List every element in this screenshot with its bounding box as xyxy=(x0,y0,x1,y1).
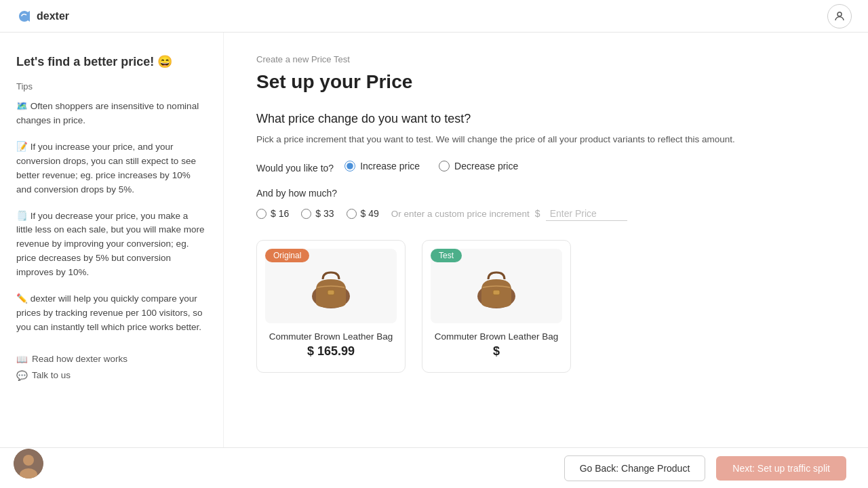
section-title: What price change do you want to test? xyxy=(256,112,835,126)
tip-4-text: ✏️ dexter will help you quickly compare … xyxy=(16,293,203,332)
original-price: $ 165.99 xyxy=(257,344,405,359)
go-back-button[interactable]: Go Back: Change Product xyxy=(564,455,706,481)
user-profile-button[interactable] xyxy=(827,4,852,28)
custom-price-label: Or enter a custom price increment xyxy=(391,209,530,219)
logo-text: dexter xyxy=(37,10,69,22)
logo: dexter xyxy=(16,8,69,24)
read-how-link[interactable]: 📖 Read how dexter works xyxy=(16,354,207,365)
talk-to-us-link[interactable]: 💬 Talk to us xyxy=(16,370,207,381)
test-tag: Test xyxy=(431,249,462,262)
increase-radio[interactable] xyxy=(344,161,355,171)
custom-price-input[interactable] xyxy=(546,207,627,221)
svg-point-6 xyxy=(23,455,34,466)
how-much-label: And by how much? xyxy=(256,188,835,199)
price-radio-49[interactable] xyxy=(347,209,357,219)
price-option-33[interactable]: $ 33 xyxy=(301,208,334,219)
test-product-card: Test Commuter Brown Leather Bag $ xyxy=(422,240,571,373)
tips-label: Tips xyxy=(16,81,207,92)
bag-image-test xyxy=(469,259,524,313)
next-button[interactable]: Next: Set up traffic split xyxy=(716,456,846,481)
original-product-name: Commuter Brown Leather Bag xyxy=(265,331,397,342)
price-33-label: $ 33 xyxy=(315,208,334,219)
product-cards: Original Commuter Brown Leather Bag $ 16… xyxy=(256,240,835,373)
bag-image-original xyxy=(304,259,358,313)
decrease-radio[interactable] xyxy=(439,161,450,171)
avatar xyxy=(14,449,43,479)
avatar-image xyxy=(14,449,43,479)
would-label: Would you like to? xyxy=(256,163,334,174)
breadcrumb: Create a new Price Test xyxy=(256,54,835,64)
custom-price-group: Or enter a custom price increment $ xyxy=(391,207,627,221)
book-icon: 📖 xyxy=(16,354,28,365)
price-49-label: $ 49 xyxy=(361,208,379,219)
test-product-name: Commuter Brown Leather Bag xyxy=(431,331,562,342)
svg-rect-4 xyxy=(493,290,500,295)
talk-to-us-label: Talk to us xyxy=(32,370,71,380)
increase-label: Increase price xyxy=(360,161,420,171)
sidebar-links: 📖 Read how dexter works 💬 Talk to us xyxy=(16,354,207,381)
price-radio-33[interactable] xyxy=(301,209,311,219)
logo-icon xyxy=(16,8,33,24)
test-price: $ xyxy=(422,344,570,359)
content-area: Create a new Price Test Set up your Pric… xyxy=(224,33,868,447)
price-direction-group: Increase price Decrease price xyxy=(344,161,518,171)
tip-4: ✏️ dexter will help you quickly compare … xyxy=(16,292,207,335)
tip-1: 🗺️ Often shoppers are insensitive to nom… xyxy=(16,100,207,128)
tip-2-text: 📝 If you increase your price, and your c… xyxy=(16,142,196,195)
read-how-label: Read how dexter works xyxy=(32,354,127,364)
price-radio-16[interactable] xyxy=(256,209,267,219)
avatar-svg xyxy=(14,449,43,479)
currency-sign: $ xyxy=(535,208,540,219)
svg-rect-2 xyxy=(328,290,334,295)
sidebar-title: Let's find a better price! 😄 xyxy=(16,54,207,69)
tip-3-text: 🗒️ If you decrease your price, you make … xyxy=(16,211,205,278)
svg-point-0 xyxy=(837,12,842,16)
top-bar: dexter xyxy=(0,0,868,33)
increase-price-option[interactable]: Increase price xyxy=(344,161,420,171)
decrease-label: Decrease price xyxy=(454,161,518,171)
decrease-price-option[interactable]: Decrease price xyxy=(439,161,518,171)
price-option-16[interactable]: $ 16 xyxy=(256,208,289,219)
original-product-card: Original Commuter Brown Leather Bag $ 16… xyxy=(256,240,406,373)
price-options-row: $ 16 $ 33 $ 49 Or enter a custom price i… xyxy=(256,207,835,221)
footer-bar: Go Back: Change Product Next: Set up tra… xyxy=(0,447,868,488)
main-layout: Let's find a better price! 😄 Tips 🗺️ Oft… xyxy=(0,33,868,447)
page-title: Set up your Price xyxy=(256,71,835,93)
price-option-49[interactable]: $ 49 xyxy=(347,208,379,219)
sidebar: Let's find a better price! 😄 Tips 🗺️ Oft… xyxy=(0,33,224,447)
price-16-label: $ 16 xyxy=(271,208,289,219)
user-icon xyxy=(833,10,846,22)
chat-icon: 💬 xyxy=(16,370,28,381)
tip-3: 🗒️ If you decrease your price, you make … xyxy=(16,209,207,281)
section-desc: Pick a price increment that you want to … xyxy=(256,133,835,147)
would-row: Would you like to? Increase price Decrea… xyxy=(256,161,835,176)
tip-1-text: 🗺️ Often shoppers are insensitive to nom… xyxy=(16,101,199,125)
original-tag: Original xyxy=(265,249,309,262)
tip-2: 📝 If you increase your price, and your c… xyxy=(16,140,207,197)
